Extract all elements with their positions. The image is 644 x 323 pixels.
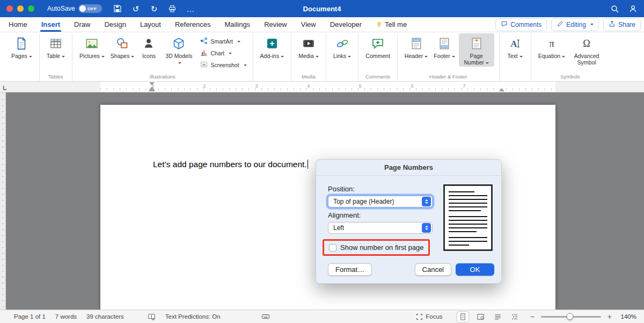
- tab-design[interactable]: Design: [103, 17, 127, 32]
- tab-developer[interactable]: Developer: [329, 17, 363, 32]
- ribbon-icons-button[interactable]: Icons: [138, 33, 159, 60]
- ribbon-add-ins-button[interactable]: Add-ins: [258, 33, 287, 60]
- alignment-select[interactable]: Left: [328, 222, 433, 234]
- minimize-window-button[interactable]: [17, 5, 24, 12]
- ribbon-comment-button[interactable]: Comment: [363, 33, 392, 60]
- outline-view-button[interactable]: [509, 312, 521, 322]
- table-label: Table: [47, 53, 60, 59]
- print-layout-view-button[interactable]: [457, 311, 469, 322]
- tab-review[interactable]: Review: [263, 17, 288, 32]
- ruler-number: 5: [358, 83, 361, 89]
- print-icon[interactable]: [167, 4, 177, 13]
- zoom-slider-knob[interactable]: [566, 313, 573, 320]
- ribbon-page-number-button[interactable]: # Page Number: [459, 33, 494, 67]
- show-number-on-first-page-checkbox[interactable]: [329, 244, 336, 252]
- tab-draw[interactable]: Draw: [73, 17, 91, 32]
- position-select[interactable]: Top of page (Header): [328, 196, 433, 207]
- tab-tell-me[interactable]: Tell me: [375, 17, 408, 32]
- draft-view-button[interactable]: [492, 312, 503, 322]
- autosave-toggle[interactable]: OFF: [78, 4, 102, 13]
- left-indent-marker[interactable]: [149, 87, 155, 91]
- ribbon-group-symbols: π Equation Ω Advanced Symbol Symbols: [531, 33, 609, 81]
- document-text[interactable]: Let’s add page numbers to our document.: [153, 160, 308, 169]
- word-count[interactable]: 7 words: [55, 313, 77, 320]
- autosave-control: AutoSave OFF: [47, 4, 102, 13]
- ribbon-links-button[interactable]: Links: [331, 33, 354, 60]
- ribbon-header-button[interactable]: Header: [402, 33, 430, 60]
- ruler-number: 6: [411, 83, 413, 89]
- save-icon[interactable]: [113, 4, 122, 13]
- ribbon-group-illustrations: Pictures Shapes Icons: [72, 33, 253, 81]
- vertical-ruler[interactable]: [0, 92, 6, 310]
- tab-stop-selector-icon[interactable]: [2, 83, 8, 93]
- more-commands-icon[interactable]: …: [186, 4, 195, 13]
- tab-mailings[interactable]: Mailings: [223, 17, 251, 32]
- shapes-icon: [115, 35, 129, 51]
- text-box-icon: A: [508, 35, 522, 51]
- ruler-page-area: [100, 82, 555, 92]
- undo-icon[interactable]: ↺: [131, 4, 141, 13]
- share-button[interactable]: Share: [603, 18, 641, 31]
- tab-view[interactable]: View: [300, 17, 317, 32]
- horizontal-ruler[interactable]: 1 2 3 4 5 6 7: [0, 82, 644, 92]
- ribbon-advanced-symbol-button[interactable]: Ω Advanced Symbol: [569, 33, 604, 67]
- page-count[interactable]: Page 1 of 1: [14, 313, 46, 320]
- smartart-icon: [200, 37, 208, 46]
- ruler-number: 3: [255, 83, 258, 89]
- zoom-level[interactable]: 140%: [618, 313, 636, 320]
- keyboard-icon[interactable]: [261, 312, 270, 321]
- ribbon-chart-button[interactable]: Chart: [200, 49, 246, 58]
- zoom-slider[interactable]: [541, 313, 601, 320]
- group-label: [258, 73, 287, 81]
- proofing-icon[interactable]: [148, 313, 156, 321]
- zoom-in-button[interactable]: +: [608, 313, 612, 320]
- editing-button[interactable]: Editing: [551, 18, 599, 31]
- close-window-button[interactable]: [6, 5, 13, 12]
- text-predictions-status[interactable]: Text Predictions: On: [165, 313, 221, 320]
- ribbon-footer-button[interactable]: Footer: [431, 33, 457, 60]
- tab-insert[interactable]: Insert: [40, 17, 61, 32]
- focus-button[interactable]: Focus: [416, 313, 442, 320]
- tab-references[interactable]: References: [174, 17, 211, 32]
- tab-layout[interactable]: Layout: [139, 17, 162, 32]
- chevron-down-icon: [519, 56, 523, 58]
- document-area: Let’s add page numbers to our document. …: [0, 92, 644, 310]
- titlebar: AutoSave OFF ↺ ↻ … Document4: [0, 0, 644, 17]
- ribbon-3d-models-button[interactable]: 3D Models: [161, 33, 196, 67]
- ribbon-text-button[interactable]: A Text: [504, 33, 526, 60]
- comments-button[interactable]: Comments: [495, 18, 547, 31]
- lightbulb-icon: [376, 21, 383, 28]
- svg-text:π: π: [549, 38, 554, 48]
- red-annotation-highlight: Show number on first page: [323, 239, 430, 256]
- account-icon[interactable]: [628, 4, 638, 13]
- ribbon-smartart-button[interactable]: SmartArt: [200, 37, 246, 46]
- fullscreen-window-button[interactable]: [28, 5, 34, 12]
- web-layout-view-button[interactable]: [475, 312, 486, 322]
- page-number-label: Page Number: [464, 53, 484, 66]
- shapes-label: Shapes: [111, 53, 130, 59]
- format-button[interactable]: Format…: [328, 263, 372, 276]
- ribbon-equation-button[interactable]: π Equation: [536, 33, 567, 60]
- zoom-out-button[interactable]: −: [530, 313, 535, 320]
- ribbon-screenshot-button[interactable]: Screenshot: [200, 61, 246, 69]
- ribbon-shapes-button[interactable]: Shapes: [108, 33, 137, 60]
- page-number-icon: #: [470, 35, 484, 51]
- first-line-indent-marker[interactable]: [149, 82, 155, 85]
- search-icon[interactable]: [610, 4, 619, 13]
- tab-home[interactable]: Home: [8, 17, 28, 32]
- chevron-down-icon: [452, 56, 455, 58]
- cube-icon: [172, 35, 186, 51]
- media-icon: [302, 35, 316, 51]
- redo-icon[interactable]: ↻: [149, 4, 159, 13]
- window-controls: [6, 5, 34, 12]
- cancel-button[interactable]: Cancel: [415, 263, 451, 276]
- ribbon-table-button[interactable]: Table: [45, 33, 67, 60]
- ribbon-pages-button[interactable]: Pages: [9, 33, 34, 60]
- right-indent-marker[interactable]: [499, 88, 504, 91]
- ribbon-media-button[interactable]: Media: [296, 33, 321, 60]
- ok-button[interactable]: OK: [456, 263, 494, 276]
- svg-text:A: A: [510, 38, 517, 48]
- character-count[interactable]: 39 characters: [86, 313, 124, 320]
- ribbon-pictures-button[interactable]: Pictures: [77, 33, 107, 60]
- group-label: [331, 73, 354, 81]
